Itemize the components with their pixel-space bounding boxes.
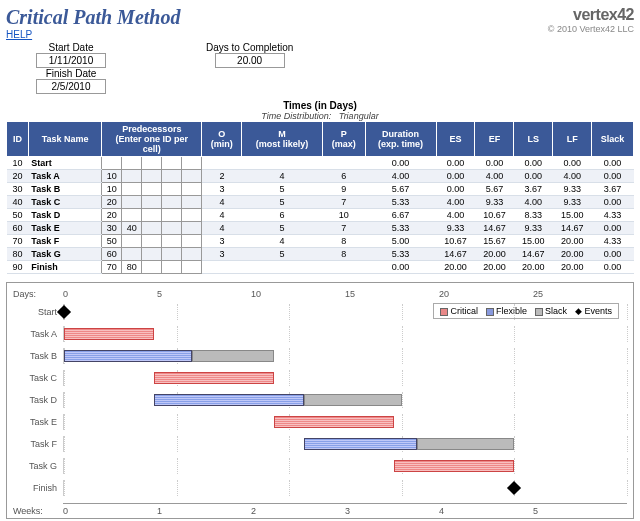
times-subheader: Time Distribution: Triangular	[6, 111, 634, 121]
gantt-bar-flexible	[154, 394, 304, 406]
col-dur: Duration(exp. time)	[365, 122, 436, 157]
gantt-row: Task A	[13, 323, 627, 345]
gantt-row: Start	[13, 301, 627, 323]
gantt-chart: Days: 0510152025 CriticalFlexibleSlack◆ …	[6, 282, 634, 519]
task-table: ID Task Name Predecessors(Enter one ID p…	[6, 121, 634, 274]
table-row[interactable]: 20Task A102464.000.004.000.004.000.00	[7, 170, 634, 183]
help-link[interactable]: HELP	[6, 29, 32, 40]
gantt-bar-flexible	[64, 350, 192, 362]
table-row[interactable]: 70Task F503485.0010.6715.6715.0020.004.3…	[7, 235, 634, 248]
col-name: Task Name	[28, 122, 102, 157]
page-title: Critical Path Method	[6, 6, 180, 29]
col-p: P(max)	[323, 122, 365, 157]
col-pred: Predecessors(Enter one ID per cell)	[102, 122, 202, 157]
times-header: Times (in Days)	[6, 100, 634, 111]
table-row[interactable]: 10Start0.000.000.000.000.000.00	[7, 157, 634, 170]
gantt-row: Task F	[13, 433, 627, 455]
start-date-label: Start Date	[36, 42, 106, 53]
brand-logo: vertex42 © 2010 Vertex42 LLC	[548, 6, 634, 34]
table-row[interactable]: 30Task B103595.670.005.673.679.333.67	[7, 183, 634, 196]
col-ef: EF	[475, 122, 514, 157]
col-es: ES	[436, 122, 475, 157]
col-m: M(most likely)	[241, 122, 322, 157]
gantt-bar-slack	[304, 394, 402, 406]
gantt-row: Task E	[13, 411, 627, 433]
gantt-row: Finish	[13, 477, 627, 499]
days-to-completion-value: 20.00	[215, 53, 285, 68]
gantt-row: Task D	[13, 389, 627, 411]
gantt-bar-critical	[154, 372, 274, 384]
axis-bot-label: Weeks:	[13, 506, 43, 516]
col-lf: LF	[553, 122, 592, 157]
col-o: O(min)	[202, 122, 242, 157]
event-marker	[507, 481, 521, 495]
gantt-bar-critical	[274, 416, 394, 428]
gantt-bar-critical	[394, 460, 514, 472]
table-row[interactable]: 40Task C204575.334.009.334.009.330.00	[7, 196, 634, 209]
start-date-field[interactable]: 1/11/2010	[36, 53, 106, 68]
gantt-row: Task B	[13, 345, 627, 367]
gantt-row: Task C	[13, 367, 627, 389]
col-slack: Slack	[592, 122, 634, 157]
finish-date-value: 2/5/2010	[36, 79, 106, 94]
finish-date-label: Finish Date	[36, 68, 106, 79]
table-row[interactable]: 50Task D2046106.674.0010.678.3315.004.33	[7, 209, 634, 222]
axis-top-label: Days:	[13, 289, 36, 299]
days-to-completion-label: Days to Completion	[206, 42, 293, 53]
col-id: ID	[7, 122, 29, 157]
gantt-bar-slack	[192, 350, 274, 362]
table-row[interactable]: 60Task E30404575.339.3314.679.3314.670.0…	[7, 222, 634, 235]
gantt-bar-critical	[64, 328, 154, 340]
gantt-row: Task G	[13, 455, 627, 477]
gantt-bar-slack	[417, 438, 515, 450]
gantt-bar-flexible	[304, 438, 417, 450]
col-ls: LS	[514, 122, 553, 157]
table-row[interactable]: 80Task G603585.3314.6720.0014.6720.000.0…	[7, 248, 634, 261]
table-row[interactable]: 90Finish70800.0020.0020.0020.0020.000.00	[7, 261, 634, 274]
